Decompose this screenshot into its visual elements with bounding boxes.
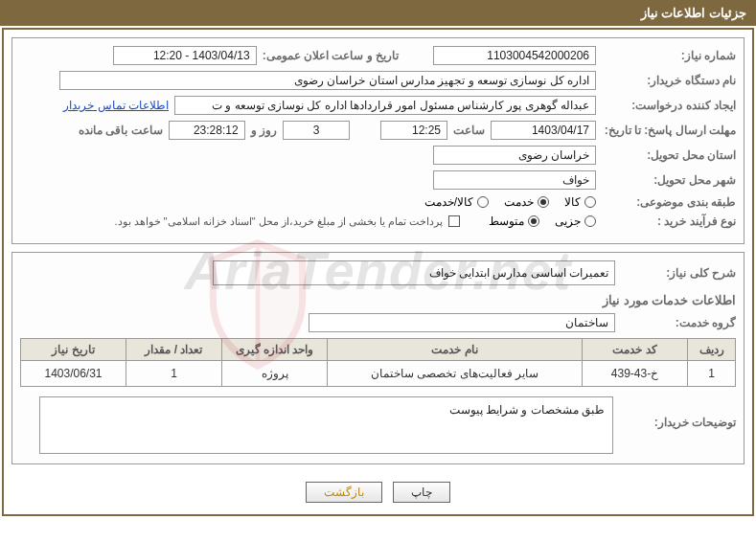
time-left-field: 23:28:12: [169, 121, 245, 140]
radio-goods-label: کالا: [564, 195, 581, 209]
radio-icon: [584, 196, 596, 208]
city-field: خواف: [433, 170, 596, 190]
city-label: شهر محل تحویل:: [602, 173, 736, 187]
print-button[interactable]: چاپ: [393, 482, 450, 503]
need-number-label: شماره نیاز:: [602, 49, 736, 62]
buyer-contact-link[interactable]: اطلاعات تماس خریدار: [63, 99, 169, 112]
buyer-notes-label: توضیحات خریدار:: [621, 396, 736, 429]
announce-datetime-label: تاریخ و ساعت اعلان عمومی:: [263, 49, 399, 62]
requester-label: ایجاد کننده درخواست:: [602, 99, 736, 112]
outer-frame: شماره نیاز: 1103004542000206 تاریخ و ساع…: [2, 28, 754, 516]
need-number-field: 1103004542000206: [433, 46, 596, 65]
buyer-notes-box: طبق مشخصات و شرایط پیوست: [39, 396, 613, 454]
service-group-label: گروه خدمت:: [621, 316, 736, 329]
deadline-date-field: 1403/04/17: [491, 121, 596, 140]
radio-service-label: خدمت: [504, 195, 534, 209]
page-title: جزئیات اطلاعات نیاز: [641, 6, 746, 20]
th-name: نام خدمت: [328, 339, 583, 361]
radio-icon: [528, 215, 539, 227]
deadline-time-field: 12:25: [380, 121, 447, 140]
radio-icon: [538, 196, 549, 208]
subject-class-radios: کالا خدمت کالا/خدمت: [424, 195, 596, 209]
remaining-label: ساعت باقی مانده: [79, 124, 163, 137]
page-title-bar: جزئیات اطلاعات نیاز: [0, 0, 756, 26]
radio-goods-service-label: کالا/خدمت: [424, 195, 473, 209]
need-section: شرح کلی نیاز: تعمیرات اساسی مدارس ابتدای…: [11, 252, 745, 464]
days-left-field: 3: [283, 121, 350, 140]
process-type-label: نوع فرآیند خرید :: [602, 215, 736, 228]
info-section: شماره نیاز: 1103004542000206 تاریخ و ساع…: [11, 37, 745, 244]
radio-goods-service[interactable]: کالا/خدمت: [424, 195, 489, 209]
td-name: سایر فعالیت‌های تخصصی ساختمان: [328, 361, 583, 387]
watermark-shield-icon: [200, 237, 315, 372]
buyer-org-field: اداره کل نوسازی توسعه و تجهیز مدارس استا…: [59, 71, 596, 90]
time-word-label: ساعت: [453, 124, 485, 137]
payment-note: پرداخت تمام یا بخشی از مبلغ خرید،از محل …: [114, 215, 443, 228]
days-and-label: روز و: [251, 124, 277, 137]
table-row: 1 خ-43-439 سایر فعالیت‌های تخصصی ساختمان…: [21, 361, 736, 387]
td-code: خ-43-439: [583, 361, 688, 387]
deadline-label: مهلت ارسال پاسخ: تا تاریخ:: [602, 124, 736, 137]
subject-class-label: طبقه بندی موضوعی:: [602, 195, 736, 209]
button-row: چاپ بازگشت: [11, 472, 745, 507]
services-table: ردیف کد خدمت نام خدمت واحد اندازه گیری ت…: [20, 338, 736, 387]
service-group-field: ساختمان: [309, 313, 615, 332]
th-row: ردیف: [688, 339, 736, 361]
td-row: 1: [688, 361, 736, 387]
radio-icon: [584, 215, 596, 227]
radio-icon: [477, 196, 489, 208]
th-date: تاریخ نیاز: [21, 339, 126, 361]
province-field: خراسان رضوی: [433, 146, 596, 165]
td-date: 1403/06/31: [21, 361, 126, 387]
announce-datetime-field: 1403/04/13 - 12:20: [113, 46, 257, 65]
radio-minor[interactable]: جزیی: [555, 215, 596, 228]
province-label: استان محل تحویل:: [602, 148, 736, 162]
requester-field: عبداله گوهری پور کارشناس مسئول امور قرار…: [174, 96, 596, 115]
need-summary-label: شرح کلی نیاز:: [621, 266, 736, 280]
radio-medium-label: متوسط: [489, 215, 524, 228]
buyer-org-label: نام دستگاه خریدار:: [602, 74, 736, 87]
back-button[interactable]: بازگشت: [306, 482, 382, 503]
radio-service[interactable]: خدمت: [504, 195, 549, 209]
process-type-radios: جزیی متوسط: [489, 215, 596, 228]
th-code: کد خدمت: [583, 339, 688, 361]
radio-minor-label: جزیی: [555, 215, 581, 228]
radio-goods[interactable]: کالا: [564, 195, 596, 209]
radio-medium[interactable]: متوسط: [489, 215, 539, 228]
services-info-heading: اطلاعات خدمات مورد نیاز: [20, 293, 736, 307]
treasury-checkbox[interactable]: [448, 215, 460, 227]
